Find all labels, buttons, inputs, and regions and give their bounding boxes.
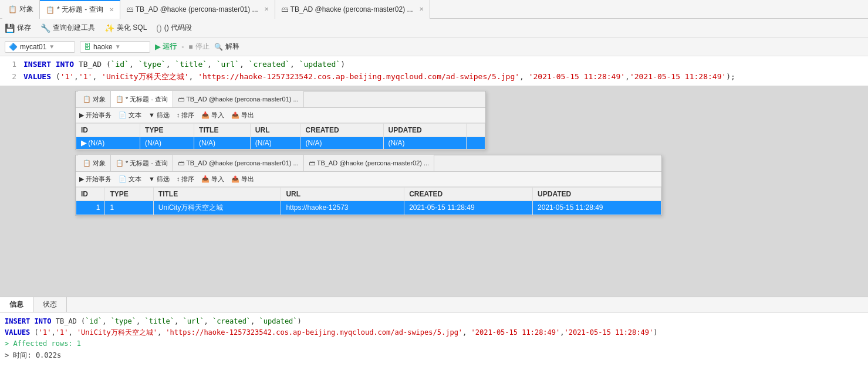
tab-tb-ad-master02-close[interactable]: ✕	[419, 6, 424, 12]
objects-icon: 📋	[8, 5, 17, 13]
affected-rows: > Affected rows: 1	[5, 338, 863, 349]
main-toolbar: 💾 保存 🔧 查询创建工具 ✨ 美化 SQL () () 代码段	[0, 19, 868, 38]
tab-query1[interactable]: 📋 * 无标题 - 查询 ✕	[40, 0, 120, 19]
app: 📋 对象 📋 * 无标题 - 查询 ✕ 🗃 TB_AD @haoke (perc…	[0, 0, 868, 367]
sql-line-2: 2 VALUES ('1','1', 'UniCity万科天空之城', 'htt…	[0, 71, 868, 83]
cell-id: ▶ (N/A)	[76, 137, 140, 149]
query-tool-icon: 🔧	[40, 23, 50, 33]
stop-button[interactable]: ■ 停止	[188, 42, 209, 52]
inner2-tab-query[interactable]: 📋 * 无标题 - 查询	[111, 155, 173, 171]
query-tool-button[interactable]: 🔧 查询创建工具	[40, 23, 95, 33]
line-num-1: 1	[5, 59, 16, 71]
cell2-id: 1	[76, 201, 105, 215]
explain-button[interactable]: 🔍 解释	[214, 42, 239, 52]
inner-window1-toolbar: ▶ 开始事务 📄 文本 ▼ 筛选 ↕ 排序 📥 导入	[76, 108, 485, 123]
cell2-type: 1	[105, 201, 153, 215]
inner-window1-title-bar: 📋 对象 📋 * 无标题 - 查询 🗃 TB_AD @haoke (percon…	[76, 91, 485, 108]
cell-created: (N/A)	[300, 137, 383, 149]
inner-window1-table: ID TYPE TITLE URL CREATED UPDATED ▶ (N/A…	[76, 123, 485, 149]
schema-dropdown-arrow: ▼	[115, 43, 121, 50]
col-header-type: TYPE	[140, 123, 194, 137]
explain-icon: 🔍	[214, 43, 223, 51]
cell2-url: https://haoke-12573	[281, 201, 404, 215]
inner-window-1: 📋 对象 📋 * 无标题 - 查询 🗃 TB_AD @haoke (percon…	[75, 91, 486, 150]
query1-icon: 📋	[46, 6, 55, 14]
line-num-2: 2	[5, 71, 16, 83]
bottom-line2: VALUES ('1','1', 'UniCity万科天空之城', 'https…	[5, 327, 863, 338]
connection-icon: 🔷	[9, 43, 18, 51]
transaction-icon: ▶	[79, 111, 84, 119]
code-icon: ()	[156, 23, 161, 33]
inner2-text-icon: 📄	[119, 175, 127, 183]
col-header-updated: UPDATED	[383, 123, 466, 137]
save-icon: 💾	[5, 23, 15, 33]
text-icon: 📄	[119, 111, 127, 119]
inner-tab1-query[interactable]: 📋 * 无标题 - 查询	[111, 91, 173, 107]
sql-line-1: 1 INSERT INTO TB_AD (`id`, `type`, `titl…	[0, 59, 868, 71]
tab-tb-ad-master01-close[interactable]: ✕	[264, 6, 269, 12]
col2-header-id: ID	[76, 187, 105, 201]
tb-ad-master01-icon: 🗃	[126, 5, 133, 13]
inner2-btn-import[interactable]: 📥 导入	[201, 175, 224, 184]
inner2-tb-ad-master01-icon: 🗃	[178, 159, 184, 166]
inner2-transaction-icon: ▶	[79, 175, 84, 183]
inner-tab1-objects[interactable]: 📋 对象	[78, 91, 111, 107]
col-header-extra	[466, 123, 485, 137]
table-header-row: ID TYPE TITLE URL CREATED UPDATED	[76, 123, 485, 137]
filter-icon: ▼	[148, 111, 155, 118]
col-header-title: TITLE	[194, 123, 251, 137]
bottom-tab-status[interactable]: 状态	[33, 297, 67, 312]
inner2-btn-export[interactable]: 📤 导出	[231, 175, 254, 184]
cell-updated: (N/A)	[383, 137, 466, 149]
inner-btn-transaction1[interactable]: ▶ 开始事务	[79, 111, 112, 120]
export-icon: 📤	[231, 111, 239, 119]
save-button[interactable]: 💾 保存	[5, 23, 31, 33]
inner-btn-sort1[interactable]: ↕ 排序	[177, 111, 195, 120]
inner-btn-import1[interactable]: 📥 导入	[201, 111, 224, 120]
tab-tb-ad-master01[interactable]: 🗃 TB_AD @haoke (percona-master01) ... ✕	[120, 0, 275, 19]
bottom-tabs: 信息 状态	[0, 297, 868, 312]
tab-objects[interactable]: 📋 对象	[2, 0, 40, 19]
inner2-tab-objects[interactable]: 📋 对象	[78, 155, 111, 171]
bottom-tab-info[interactable]: 信息	[0, 297, 33, 312]
cell-extra	[466, 137, 485, 149]
sql-line2-text: VALUES ('1','1', 'UniCity万科天空之城', 'https…	[23, 71, 735, 83]
inner2-btn-text[interactable]: 📄 文本	[119, 175, 141, 184]
cell-type: (N/A)	[140, 137, 194, 149]
cell-title: (N/A)	[194, 137, 251, 149]
inner-btn-text1[interactable]: 📄 文本	[119, 111, 141, 120]
cell-url: (N/A)	[250, 137, 300, 149]
inner-tab1-tb-ad-master01[interactable]: 🗃 TB_AD @haoke (percona-master01) ...	[173, 91, 304, 107]
inner2-btn-filter[interactable]: ▼ 筛选	[148, 175, 170, 184]
sort-icon: ↕	[177, 111, 180, 118]
beautify-button[interactable]: ✨ 美化 SQL	[104, 23, 147, 33]
col2-header-url: URL	[281, 187, 404, 201]
col2-header-title: TITLE	[153, 187, 281, 201]
tab-tb-ad-master02[interactable]: 🗃 TB_AD @haoke (percona-master02) ... ✕	[275, 0, 430, 19]
sql-editor[interactable]: 1 INSERT INTO TB_AD (`id`, `type`, `titl…	[0, 56, 868, 86]
table-row[interactable]: ▶ (N/A) (N/A) (N/A) (N/A) (N/A) (N/A)	[76, 137, 485, 149]
tab-query1-close[interactable]: ✕	[109, 6, 114, 13]
connection-select[interactable]: 🔷 mycat01 ▼	[5, 41, 75, 53]
inner-query-icon: 📋	[116, 96, 124, 103]
cell2-created: 2021-05-15 11:28:49	[404, 201, 533, 215]
tb-ad-master02-icon: 🗃	[281, 5, 288, 13]
inner2-btn-transaction[interactable]: ▶ 开始事务	[79, 175, 112, 184]
inner2-tab-tb-ad-master02[interactable]: 🗃 TB_AD @haoke (percona-master02) ...	[304, 155, 435, 171]
connection-dropdown-arrow: ▼	[49, 43, 55, 50]
inner-window2-table: ID TYPE TITLE URL CREATED UPDATED 1 1 Un	[76, 187, 661, 215]
inner-btn-export1[interactable]: 📤 导出	[231, 111, 254, 120]
inner2-tab-tb-ad-master01[interactable]: 🗃 TB_AD @haoke (percona-master01) ...	[173, 155, 304, 171]
bottom-panel: 信息 状态 INSERT INTO TB_AD (`id`, `type`, `…	[0, 297, 868, 367]
inner-window2-table-container: ID TYPE TITLE URL CREATED UPDATED 1 1 Un	[76, 187, 661, 215]
inner-objects-icon: 📋	[83, 96, 91, 103]
inner-tb-ad-icon: 🗃	[178, 96, 184, 103]
table-row[interactable]: 1 1 UniCity万科天空之城 https://haoke-12573 20…	[76, 201, 661, 215]
code-snippet-button[interactable]: () () 代码段	[156, 23, 192, 33]
col-header-created: CREATED	[300, 123, 383, 137]
inner2-objects-icon: 📋	[83, 159, 91, 167]
schema-select[interactable]: 🗄 haoke ▼	[80, 41, 150, 53]
inner-btn-filter1[interactable]: ▼ 筛选	[148, 111, 170, 120]
inner2-btn-sort[interactable]: ↕ 排序	[177, 175, 195, 184]
run-button[interactable]: ▶ 运行	[155, 42, 177, 52]
